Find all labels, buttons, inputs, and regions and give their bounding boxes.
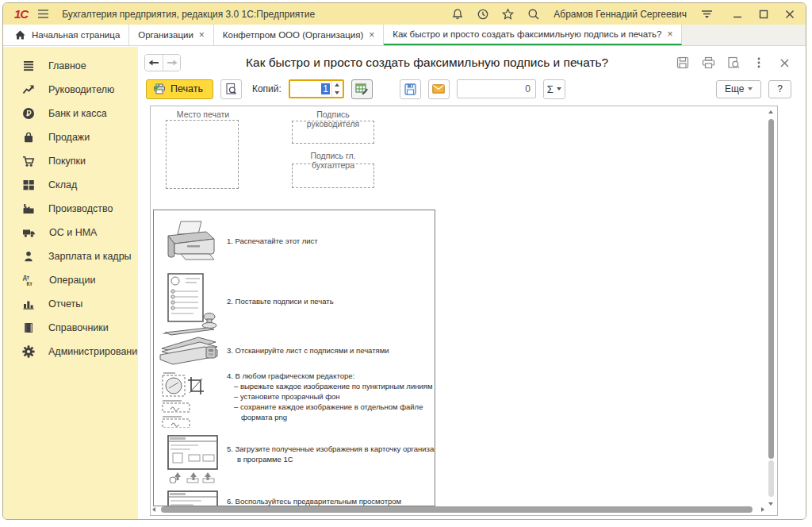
bar-chart-icon	[22, 298, 35, 310]
forward-arrow-icon	[167, 59, 178, 67]
home-icon	[14, 29, 26, 40]
scroll-down-icon[interactable]	[768, 502, 773, 506]
maximize-icon[interactable]	[756, 7, 770, 21]
sidebar-item-proizvodstvo[interactable]: Производство	[3, 197, 138, 221]
favorites-star-icon[interactable]	[501, 7, 515, 21]
tab-organizations[interactable]: Организации ×	[129, 25, 214, 45]
svg-text:Кт: Кт	[27, 281, 33, 287]
preview-icon[interactable]	[726, 56, 741, 70]
help-button[interactable]: ?	[768, 80, 791, 98]
print-icon[interactable]	[701, 56, 715, 70]
floppy-icon	[404, 83, 416, 95]
spinner-down-icon[interactable]	[332, 89, 343, 97]
sidebar-item-sklad[interactable]: Склад	[3, 173, 138, 197]
preview-doc-icon	[225, 83, 237, 95]
section-sidebar: Главное Руководителю Банк и касса Продаж…	[3, 47, 138, 519]
main-menu-icon[interactable]	[36, 7, 50, 21]
sigma-button[interactable]: Σ	[543, 79, 565, 99]
horizontal-scroll-thumb[interactable]	[161, 506, 753, 513]
truck-icon	[22, 226, 36, 239]
tab-label: Начальная страница	[32, 30, 120, 40]
kebab-menu-icon[interactable]	[752, 56, 766, 70]
sidebar-item-spravochniki[interactable]: Справочники	[3, 316, 138, 340]
notifications-bell-icon[interactable]	[450, 7, 464, 21]
copies-spinner[interactable]: 1	[289, 79, 344, 98]
dt-kt-icon: ДтКт	[22, 274, 36, 287]
save-icon[interactable]	[676, 56, 690, 70]
document-preview: Место печати Подпись руководителя Подпис…	[150, 106, 778, 516]
print-button[interactable]: Печать	[146, 79, 213, 99]
tab-bar: Начальная страница Организации × Конфетп…	[3, 25, 806, 46]
tab-home[interactable]: Начальная страница	[3, 25, 129, 45]
form-toolbar: Печать Копий: 1	[138, 77, 806, 101]
bag-icon	[22, 131, 35, 144]
menu-lines-icon	[22, 60, 35, 72]
scanner-illustration	[155, 334, 224, 372]
sum-field[interactable]: 0	[457, 79, 536, 98]
copies-value[interactable]: 1	[321, 83, 330, 94]
sidebar-item-os-nma[interactable]: ОС и НМА	[3, 221, 138, 244]
forward-button[interactable]	[163, 55, 180, 71]
step-6-text: 6. Воспользуйтесь предварительным просмо…	[227, 496, 401, 506]
scroll-right-icon[interactable]	[761, 507, 764, 512]
scroll-left-icon[interactable]	[152, 507, 155, 512]
service-menu-icon[interactable]	[700, 7, 714, 21]
org-card-illustration	[167, 434, 219, 483]
dropdown-caret-icon	[748, 87, 753, 90]
tab-label: Организации	[138, 30, 193, 40]
horizontal-scrollbar[interactable]	[152, 506, 764, 514]
sidebar-item-pokupki[interactable]: Покупки	[3, 149, 138, 173]
sidebar-item-rukovoditelyu[interactable]: Руководителю	[3, 78, 138, 102]
send-email-button[interactable]	[428, 79, 450, 99]
tab-label: Как быстро и просто создать факсимильную…	[393, 29, 661, 39]
dropdown-caret-icon	[557, 87, 561, 90]
cart-icon	[22, 155, 35, 167]
spinner-up-icon[interactable]	[332, 81, 343, 89]
sidebar-item-operacii[interactable]: ДтКт Операции	[3, 268, 138, 292]
tab-konfetprom[interactable]: Конфетпром ООО (Организация) ×	[214, 25, 384, 45]
search-icon[interactable]	[527, 7, 540, 21]
current-user-name[interactable]: Абрамов Геннадий Сергеевич	[553, 9, 687, 20]
back-button[interactable]	[145, 55, 163, 71]
tab-facsimile-help[interactable]: Как быстро и просто создать факсимильную…	[384, 25, 682, 45]
scroll-up-icon[interactable]	[768, 110, 773, 113]
more-button[interactable]: Еще	[716, 80, 761, 98]
sigma-icon: Σ	[547, 83, 553, 95]
copies-label: Копий:	[252, 83, 282, 94]
history-icon[interactable]	[476, 7, 489, 21]
stamp-area-label: Место печати	[167, 110, 239, 119]
table-edit-icon	[355, 83, 369, 95]
content-header: Как быстро и просто создать факсимильную…	[138, 50, 806, 75]
vertical-scroll-thumb[interactable]	[768, 119, 774, 459]
sidebar-item-prodazhi[interactable]: Продажи	[3, 125, 138, 149]
instruction-box: 1. Распечатайте этот лист	[153, 210, 435, 506]
book-icon	[22, 321, 35, 334]
close-form-icon[interactable]	[777, 56, 791, 70]
close-window-icon[interactable]	[783, 7, 796, 21]
sidebar-item-zarplata-kadry[interactable]: Зарплата и кадры	[3, 244, 138, 268]
gear-icon	[22, 345, 35, 358]
vertical-scrollbar[interactable]	[767, 109, 776, 506]
stamp-area-box	[166, 120, 239, 189]
tab-close-icon[interactable]: ×	[199, 30, 205, 40]
preview-window-illustration	[167, 490, 219, 506]
tab-close-icon[interactable]: ×	[667, 29, 672, 39]
step-4-text: 4. В любом графическом редакторе: – выре…	[227, 371, 432, 422]
crop-images-illustration	[161, 371, 209, 428]
printer-check-icon	[153, 83, 166, 95]
sidebar-item-bank-kassa[interactable]: Банк и касса	[3, 102, 138, 125]
accountant-signature-box	[292, 163, 374, 188]
content-area: Как быстро и просто создать факсимильную…	[138, 47, 806, 519]
tab-close-icon[interactable]: ×	[369, 30, 374, 40]
sidebar-item-administrirovanie[interactable]: Администрирование	[3, 340, 138, 364]
app-window: 1С Бухгалтерия предприятия, редакция 3.0…	[2, 2, 806, 520]
preview-button[interactable]	[220, 79, 242, 99]
sidebar-item-glavnoe[interactable]: Главное	[3, 54, 138, 78]
step-2-text: 2. Поставьте подписи и печать	[227, 296, 334, 306]
title-bar: 1С Бухгалтерия предприятия, редакция 3.0…	[3, 3, 806, 25]
minimize-icon[interactable]	[730, 7, 744, 21]
save-file-button[interactable]	[400, 79, 421, 99]
table-settings-button[interactable]	[351, 79, 373, 99]
envelope-icon	[432, 84, 445, 94]
sidebar-item-otchety[interactable]: Отчеты	[3, 292, 138, 316]
